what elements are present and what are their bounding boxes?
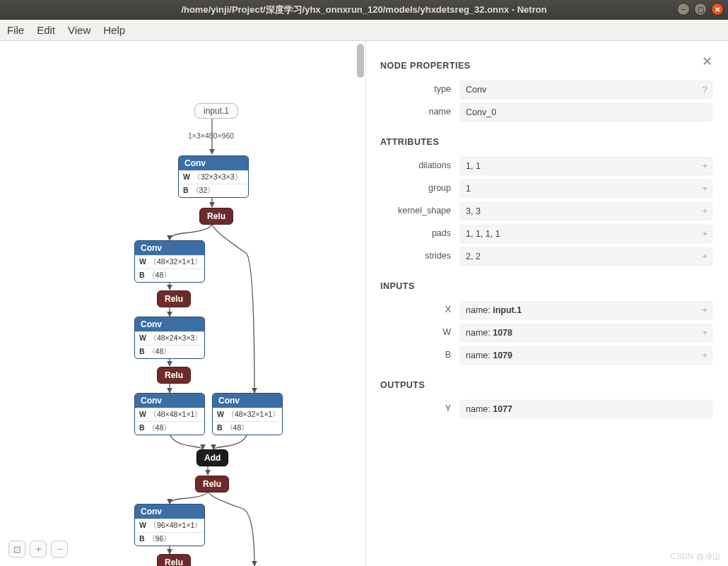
expand-icon[interactable]: + xyxy=(702,228,708,239)
attr-kernel-shape-label: kernel_shape xyxy=(380,202,459,220)
graph-node-conv2[interactable]: Conv W〈48×24×3×3〉 B〈48〉 xyxy=(134,317,205,359)
input-x-value[interactable]: name: input.1 + xyxy=(459,301,712,319)
expand-icon[interactable]: + xyxy=(702,251,708,261)
graph-node-relu4[interactable]: Relu xyxy=(157,554,191,566)
graph-node-add[interactable]: Add xyxy=(196,449,228,466)
graph-node-conv0[interactable]: Conv W〈32×3×3×3〉 B〈32〉 xyxy=(178,155,249,198)
attr-strides-label: strides xyxy=(380,247,459,266)
expand-icon[interactable]: + xyxy=(702,305,708,315)
window-titlebar: /home/yinji/Project/深度学习/yhx_onnxrun_120… xyxy=(0,0,728,20)
zoom-fit-button[interactable]: ⊡ xyxy=(8,541,25,558)
window-close-button[interactable]: ✕ xyxy=(711,3,724,16)
graph-node-relu3[interactable]: Relu xyxy=(195,476,229,493)
attr-kernel-shape-value[interactable]: 3, 3 + xyxy=(459,202,712,220)
attr-strides-value[interactable]: 2, 2 + xyxy=(459,247,712,266)
expand-icon[interactable]: + xyxy=(702,206,708,216)
section-outputs: OUTPUTS xyxy=(380,380,712,390)
section-inputs: INPUTS xyxy=(380,281,712,291)
input-x-label: X xyxy=(380,301,459,319)
zoom-in-button[interactable]: ＋ xyxy=(30,541,47,558)
graph-node-conv1[interactable]: Conv W〈48×32×1×1〉 B〈48〉 xyxy=(134,240,205,283)
graph-input-node[interactable]: input.1 xyxy=(194,103,238,119)
attr-dilations-value[interactable]: 1, 1 + xyxy=(459,157,712,175)
prop-type-label: type xyxy=(380,81,459,99)
graph-node-relu1[interactable]: Relu xyxy=(157,290,191,307)
graph-node-relu0[interactable]: Relu xyxy=(199,208,233,225)
attr-group-value[interactable]: 1 + xyxy=(459,179,712,198)
menu-edit[interactable]: Edit xyxy=(37,24,55,36)
expand-icon[interactable]: + xyxy=(702,350,708,360)
zoom-out-button[interactable]: － xyxy=(51,541,68,558)
attr-pads-value[interactable]: 1, 1, 1, 1 + xyxy=(459,225,712,243)
window-title: /home/yinji/Project/深度学习/yhx_onnxrun_120… xyxy=(181,4,546,16)
menubar: File Edit View Help xyxy=(0,20,728,41)
window-maximize-button[interactable]: ▢ xyxy=(694,3,707,16)
input-w-value[interactable]: name: 1078 + xyxy=(459,324,712,342)
attr-dilations-label: dilations xyxy=(380,157,459,175)
menu-help[interactable]: Help xyxy=(103,24,125,36)
section-node-properties: NODE PROPERTIES xyxy=(380,61,712,71)
prop-name-value[interactable]: Conv_0 xyxy=(459,103,712,122)
graph-canvas[interactable]: input.1 1×3×480×960 Conv W〈32×3×3×3〉 B〈3… xyxy=(0,41,366,566)
output-y-label: Y xyxy=(380,400,459,418)
properties-panel: ✕ NODE PROPERTIES type Conv ? name Conv_… xyxy=(366,41,728,566)
prop-name-label: name xyxy=(380,103,459,122)
section-attributes: ATTRIBUTES xyxy=(380,137,712,147)
input-b-value[interactable]: name: 1079 + xyxy=(459,346,712,365)
watermark: CSDN @冷山 xyxy=(671,551,721,562)
graph-node-relu2[interactable]: Relu xyxy=(157,367,191,384)
close-icon[interactable]: ✕ xyxy=(702,54,712,69)
input-b-label: B xyxy=(380,346,459,365)
attr-group-label: group xyxy=(380,179,459,198)
input-w-label: W xyxy=(380,324,459,342)
expand-icon[interactable]: + xyxy=(702,183,708,194)
expand-icon[interactable]: + xyxy=(702,327,708,338)
tensor-shape-label: 1×3×480×960 xyxy=(188,131,234,140)
prop-type-value[interactable]: Conv ? xyxy=(459,81,712,99)
menu-view[interactable]: View xyxy=(68,24,90,36)
menu-file[interactable]: File xyxy=(7,24,24,36)
window-minimize-button[interactable]: – xyxy=(677,3,690,16)
expand-icon[interactable]: + xyxy=(702,160,708,171)
output-y-value[interactable]: name: 1077 xyxy=(459,400,712,418)
attr-pads-label: pads xyxy=(380,225,459,243)
graph-node-conv5[interactable]: Conv W〈96×48×1×1〉 B〈96〉 xyxy=(134,504,205,546)
zoom-controls: ⊡ ＋ － xyxy=(8,541,68,558)
help-icon[interactable]: ? xyxy=(703,84,708,95)
graph-node-conv4[interactable]: Conv W〈48×32×1×1〉 B〈48〉 xyxy=(212,393,283,435)
graph-node-conv3[interactable]: Conv W〈48×48×1×1〉 B〈48〉 xyxy=(134,393,205,435)
